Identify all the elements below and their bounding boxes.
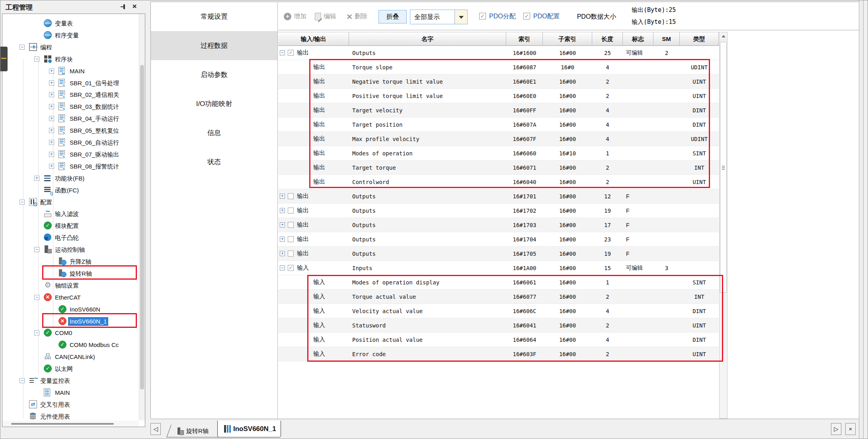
- tree-vertical-scrollbar[interactable]: [139, 14, 145, 420]
- table-row[interactable]: 输入Torque actual value16#607716#002INT: [278, 290, 719, 304]
- row-checkbox[interactable]: [288, 265, 294, 271]
- tree-item[interactable]: +SBR_05_整机复位: [2, 125, 138, 136]
- scrollbar-thumb[interactable]: [11, 423, 114, 425]
- tree-item[interactable]: +SBR_03_数据统计: [2, 101, 138, 112]
- row-expander-icon[interactable]: +: [280, 237, 285, 242]
- table-row[interactable]: 输出Target torque16#607116#002INT: [278, 161, 719, 175]
- delete-button[interactable]: × 删除: [347, 12, 367, 21]
- tree-item[interactable]: −运动控制轴: [2, 244, 138, 255]
- table-row[interactable]: 输入Modes of operation display16#606116#00…: [278, 275, 719, 290]
- tree-expander-icon[interactable]: −: [20, 200, 25, 205]
- table-row[interactable]: +输出Outputs16#170416#0023F: [278, 232, 719, 247]
- tree-item[interactable]: +SBR_04_手动运行: [2, 113, 138, 124]
- tree-item[interactable]: +SBR_01_信号处理: [2, 78, 138, 89]
- tree-expander-icon[interactable]: −: [34, 247, 39, 252]
- table-row[interactable]: −输出Outputs16#160016#0025可编辑2: [278, 46, 719, 60]
- tree-item[interactable]: 电子凸轮: [2, 232, 138, 243]
- tree-expander-icon[interactable]: +: [49, 140, 54, 145]
- tree-item[interactable]: 旋转R轴: [2, 268, 138, 279]
- tree-expander-icon[interactable]: −: [20, 45, 25, 50]
- column-header[interactable]: SM: [653, 32, 680, 45]
- tab-scroll-left-button[interactable]: ◁: [150, 423, 161, 435]
- row-checkbox[interactable]: [288, 222, 294, 228]
- tree-expander-icon[interactable]: −: [34, 295, 39, 300]
- table-vertical-scrollbar[interactable]: [719, 32, 728, 419]
- tree-expander-icon[interactable]: +: [49, 80, 54, 86]
- document-tab[interactable]: InoSV660N_1: [217, 421, 281, 437]
- tree-item[interactable]: +SBR_06_自动运行: [2, 137, 138, 148]
- tree-item[interactable]: +SBR_02_通信相关: [2, 89, 138, 100]
- tree-item[interactable]: 轴组设置: [2, 280, 138, 291]
- tree-expander-icon[interactable]: −: [34, 330, 39, 335]
- column-header[interactable]: 名字: [349, 32, 506, 45]
- tree-item[interactable]: 交叉引用表: [2, 399, 138, 410]
- row-expander-icon[interactable]: +: [280, 208, 285, 213]
- table-row[interactable]: +输出Outputs16#170316#0017F: [278, 218, 719, 232]
- side-tab[interactable]: 信息: [151, 118, 277, 147]
- tree-item[interactable]: +功能块(FB): [2, 173, 138, 184]
- display-filter-select[interactable]: 全部显示: [410, 10, 468, 24]
- pin-icon[interactable]: [120, 4, 127, 10]
- row-checkbox[interactable]: [288, 251, 294, 257]
- table-row[interactable]: 输出Target velocity16#60FF16#004DINT: [278, 103, 719, 118]
- tree-item[interactable]: +MAIN: [2, 66, 138, 77]
- table-row[interactable]: 输出Modes of operation16#606016#101SINT: [278, 146, 719, 161]
- table-row[interactable]: +输出Outputs16#170516#0019F: [278, 247, 719, 261]
- row-expander-icon[interactable]: +: [280, 194, 285, 199]
- scrollbar-thumb[interactable]: [140, 65, 144, 390]
- scroll-up-arrow[interactable]: [720, 32, 727, 40]
- column-header[interactable]: 长度: [592, 32, 623, 45]
- table-row[interactable]: 输入Error code16#603F16#002UINT: [278, 347, 719, 361]
- tree-item[interactable]: −变量监控表: [2, 375, 138, 386]
- column-header[interactable]: 标志: [623, 32, 653, 45]
- table-row[interactable]: 输出Positive torque limit value16#60E016#0…: [278, 89, 719, 103]
- tree-item[interactable]: −EtherCAT: [2, 292, 138, 303]
- tree-item[interactable]: CAN(CANLink): [2, 351, 138, 363]
- row-expander-icon[interactable]: −: [280, 265, 285, 270]
- table-row[interactable]: +输出Outputs16#170116#0012F: [278, 189, 719, 204]
- table-row[interactable]: −输入Inputs16#1A0016#0015可编辑3: [278, 261, 719, 275]
- tab-close-button[interactable]: ×: [845, 423, 856, 435]
- column-header[interactable]: 索引: [506, 32, 543, 45]
- scrollbar-thumb[interactable]: [720, 42, 727, 293]
- tree-expander-icon[interactable]: +: [49, 128, 54, 133]
- tree-horizontal-scrollbar[interactable]: [2, 421, 138, 427]
- document-tab[interactable]: 旋转R轴: [169, 425, 221, 437]
- tree-item[interactable]: 变量表: [2, 18, 138, 29]
- row-checkbox[interactable]: [288, 50, 294, 56]
- add-button[interactable]: + 增加: [284, 12, 306, 21]
- table-row[interactable]: 输入Statusword16#604116#002UINT: [278, 318, 719, 333]
- column-header[interactable]: 类型: [680, 32, 719, 45]
- tree-item[interactable]: +SBR_08_报警统计: [2, 161, 138, 172]
- row-checkbox[interactable]: [288, 236, 294, 242]
- tree-item[interactable]: InoSV660N: [2, 304, 138, 315]
- tree-expander-icon[interactable]: +: [49, 92, 54, 97]
- edit-button[interactable]: 编辑: [315, 12, 336, 21]
- tree-item[interactable]: −COM0: [2, 327, 138, 339]
- table-row[interactable]: 输出Controlword16#604016#002UINT: [278, 175, 719, 189]
- table-row[interactable]: 输出Torque slope16#608716#04UDINT: [278, 60, 719, 74]
- row-expander-icon[interactable]: +: [280, 251, 285, 256]
- tree-item[interactable]: 函数(FC): [2, 185, 138, 196]
- tree-item[interactable]: 输入滤波: [2, 208, 138, 220]
- side-tab[interactable]: 常规设置: [151, 2, 277, 31]
- column-header[interactable]: 输入/输出: [278, 32, 349, 45]
- tree-item[interactable]: COM0 Modbus Cc: [2, 339, 138, 351]
- tree-expander-icon[interactable]: −: [34, 57, 39, 62]
- tree-item[interactable]: 模块配置: [2, 220, 138, 231]
- column-header[interactable]: 子索引: [543, 32, 592, 45]
- table-row[interactable]: 输出Target position16#607A16#004DINT: [278, 118, 719, 132]
- tree-expander-icon[interactable]: +: [49, 104, 54, 109]
- tree-expander-icon[interactable]: +: [49, 152, 54, 157]
- collapsed-panel-handle[interactable]: [0, 47, 8, 71]
- tree-item[interactable]: −编程: [2, 42, 138, 53]
- side-tab[interactable]: 启动参数: [151, 60, 277, 89]
- pdo-assign-checkbox[interactable]: [479, 13, 486, 20]
- tree-expander-icon[interactable]: +: [49, 69, 54, 74]
- chevron-down-icon[interactable]: [454, 10, 467, 24]
- side-tab[interactable]: I/O功能映射: [151, 89, 277, 118]
- tree-item[interactable]: +SBR_07_驱动输出: [2, 149, 138, 160]
- table-row[interactable]: 输入Velocity actual value16#606C16#004DINT: [278, 304, 719, 318]
- pdo-config-checkbox[interactable]: [523, 13, 530, 20]
- tree-expander-icon[interactable]: +: [49, 164, 54, 169]
